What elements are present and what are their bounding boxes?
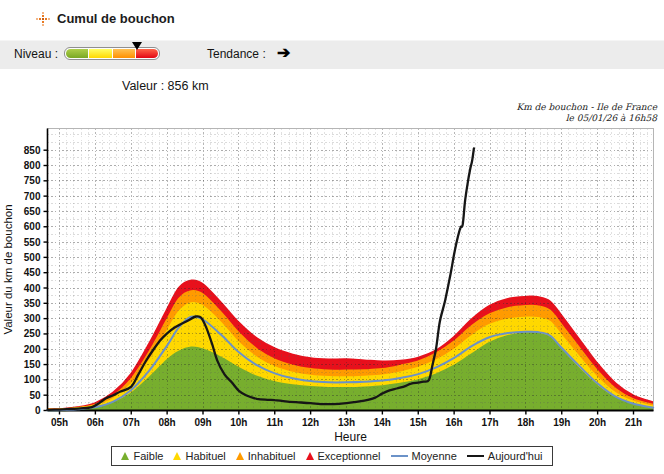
- dotted-cross-icon: [36, 12, 50, 26]
- gauge-marker-icon: [132, 42, 142, 50]
- line-marker-icon: [467, 455, 484, 457]
- x-tick-label: 16h: [446, 417, 463, 428]
- y-tick-label: 600: [24, 221, 41, 232]
- legend-label: Habituel: [185, 450, 225, 462]
- x-tick-label: 11h: [266, 417, 283, 428]
- legend: FaibleHabituelInhabituelExceptionnelMoye…: [0, 446, 664, 466]
- x-tick-label: 21h: [625, 417, 642, 428]
- y-tick-label: 800: [24, 160, 41, 171]
- niveau-gauge: [64, 47, 160, 60]
- y-tick-label: 100: [24, 374, 41, 385]
- legend-item-faible[interactable]: Faible: [121, 450, 163, 462]
- triangle-marker-icon: [121, 452, 129, 460]
- x-tick-label: 05h: [51, 417, 68, 428]
- y-tick-label: 300: [24, 313, 41, 324]
- gauge-segment-2: [113, 49, 135, 58]
- y-tick-label: 200: [24, 344, 41, 355]
- x-tick-label: 18h: [517, 417, 534, 428]
- x-tick-label: 06h: [87, 417, 104, 428]
- gauge-segment-3: [136, 49, 158, 58]
- x-tick-label: 19h: [553, 417, 570, 428]
- y-tick-label: 250: [24, 328, 41, 339]
- legend-box: FaibleHabituelInhabituelExceptionnelMoye…: [111, 446, 552, 466]
- legend-label: Inhabituel: [248, 450, 296, 462]
- chart-note-line1: Km de bouchon - Ile de France: [516, 102, 657, 113]
- legend-item-moyenne[interactable]: Moyenne: [391, 450, 457, 462]
- y-tick-label: 50: [29, 390, 41, 401]
- y-tick-label: 400: [24, 283, 41, 294]
- congestion-chart[interactable]: 0501001502002503003504004505005506006507…: [0, 128, 664, 446]
- y-tick-label: 750: [24, 175, 41, 186]
- niveau-label: Niveau :: [14, 47, 58, 61]
- triangle-marker-icon: [236, 452, 244, 460]
- x-tick-label: 09h: [194, 417, 211, 428]
- y-tick-label: 700: [24, 191, 41, 202]
- y-tick-label: 850: [24, 145, 41, 156]
- legend-item-exceptionnel[interactable]: Exceptionnel: [306, 450, 381, 462]
- legend-item-inhabituel[interactable]: Inhabituel: [236, 450, 296, 462]
- x-tick-label: 14h: [374, 417, 391, 428]
- legend-item-habituel[interactable]: Habituel: [173, 450, 225, 462]
- gauge-segment-1: [89, 49, 111, 58]
- y-tick-label: 450: [24, 267, 41, 278]
- line-marker-icon: [391, 455, 408, 457]
- legend-label: Exceptionnel: [318, 450, 381, 462]
- y-tick-label: 650: [24, 206, 41, 217]
- x-axis-title: Heure: [334, 430, 367, 444]
- y-tick-label: 0: [35, 405, 41, 416]
- legend-item-aujourdhui[interactable]: Aujourd'hui: [467, 450, 543, 462]
- y-axis-title: Valeur du km de bouchon: [2, 204, 14, 334]
- legend-label: Moyenne: [412, 450, 457, 462]
- x-tick-label: 12h: [302, 417, 319, 428]
- x-tick-label: 10h: [230, 417, 247, 428]
- x-tick-label: 13h: [338, 417, 355, 428]
- triangle-marker-icon: [173, 452, 181, 460]
- x-tick-label: 17h: [481, 417, 498, 428]
- page: Cumul de bouchon Niveau : Tendance : ➔ V…: [0, 0, 664, 474]
- x-tick-label: 20h: [589, 417, 606, 428]
- y-tick-label: 350: [24, 298, 41, 309]
- x-tick-label: 07h: [123, 417, 140, 428]
- legend-label: Faible: [133, 450, 163, 462]
- gauge-segment-0: [66, 49, 88, 58]
- chart-note: Km de bouchon - Ile de France le 05/01/2…: [516, 102, 657, 123]
- page-title: Cumul de bouchon: [57, 11, 175, 26]
- y-tick-label: 500: [24, 252, 41, 263]
- x-tick-label: 15h: [410, 417, 427, 428]
- y-tick-label: 550: [24, 237, 41, 248]
- trend-right-arrow-icon: ➔: [277, 43, 290, 62]
- y-tick-label: 150: [24, 359, 41, 370]
- chart-note-line2: le 05/01/26 à 16h58: [516, 113, 657, 124]
- triangle-marker-icon: [306, 452, 314, 460]
- tendance-label: Tendance :: [207, 47, 266, 61]
- legend-label: Aujourd'hui: [488, 450, 543, 462]
- x-tick-label: 08h: [159, 417, 176, 428]
- valeur-text: Valeur : 856 km: [122, 79, 209, 93]
- page-header: Cumul de bouchon: [36, 11, 175, 26]
